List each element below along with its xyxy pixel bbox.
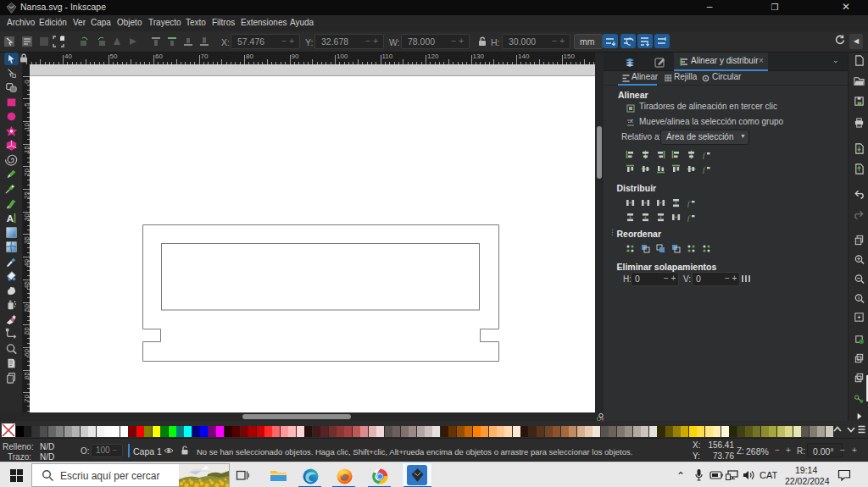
- svg-text:f: f: [687, 213, 691, 222]
- svg-text:f: f: [703, 151, 706, 159]
- svg-text:f: f: [703, 165, 706, 174]
- svg-text:A: A: [7, 213, 14, 224]
- svg-text:f: f: [687, 199, 691, 208]
